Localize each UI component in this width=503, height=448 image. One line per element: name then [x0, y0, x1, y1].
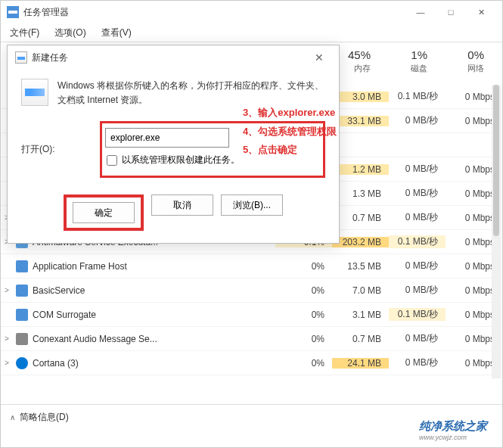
dialog-description: Windows 将根据你所键入的名称，为你打开相应的程序、文件夹、文档或 Int… — [57, 79, 325, 107]
table-row[interactable]: >Cortana (3)0%24.1 MB0 MB/秒0 Mbps — [1, 351, 502, 375]
expand-icon[interactable]: > — [1, 286, 13, 294]
input-highlight-box: 以系统管理权限创建此任务。 — [100, 121, 325, 178]
mem-cell: 13.5 MB — [332, 261, 389, 272]
menu-bar: 文件(F) 选项(O) 查看(V) — [1, 23, 502, 42]
cpu-cell: 0% — [275, 261, 332, 272]
process-icon — [16, 357, 28, 369]
browse-button[interactable]: 浏览(B)... — [221, 194, 283, 216]
dialog-titlebar[interactable]: 新建任务 ✕ — [8, 45, 339, 70]
process-name: Cortana (3) — [33, 358, 275, 369]
dialog-close-button[interactable]: ✕ — [307, 48, 331, 67]
new-task-dialog: 新建任务 ✕ Windows 将根据你所键入的名称，为你打开相应的程序、文件夹、… — [7, 45, 340, 244]
ok-button[interactable]: 确定 — [73, 202, 135, 223]
cpu-cell: 0% — [275, 310, 332, 320]
menu-file[interactable]: 文件(F) — [7, 25, 42, 41]
vertical-scrollbar[interactable] — [492, 85, 501, 378]
summary-label: 简略信息(D) — [20, 411, 69, 424]
menu-view[interactable]: 查看(V) — [98, 25, 135, 41]
app-icon — [7, 6, 19, 18]
admin-checkbox-row[interactable]: 以系统管理权限创建此任务。 — [107, 154, 320, 166]
mem-cell: 0.7 MB — [332, 213, 389, 223]
mem-cell: 1.3 MB — [332, 188, 389, 199]
process-name: Application Frame Host — [33, 261, 275, 272]
table-row[interactable]: >BasicService0%7.0 MB0 MB/秒0 Mbps — [1, 278, 502, 303]
table-row[interactable]: COM Surrogate0%3.1 MB0.1 MB/秒0 Mbps — [1, 303, 502, 327]
expand-icon[interactable]: > — [1, 334, 13, 343]
col-disk[interactable]: 1% 磁盘 — [378, 42, 435, 85]
process-icon — [16, 285, 28, 297]
cpu-cell: 0% — [275, 285, 332, 296]
window-buttons: — □ ✕ — [405, 1, 496, 23]
process-name: COM Surrogate — [33, 310, 275, 320]
table-row[interactable]: Application Frame Host0%13.5 MB0 MB/秒0 M… — [1, 254, 502, 278]
run-icon — [15, 51, 27, 64]
disk-cell: 0.1 MB/秒 — [389, 235, 446, 248]
disk-cell: 0 MB/秒 — [389, 211, 446, 224]
close-button[interactable]: ✕ — [466, 1, 496, 23]
window-titlebar: 任务管理器 — □ ✕ — [1, 1, 502, 23]
chevron-up-icon: ∧ — [10, 413, 15, 422]
scrollbar-thumb[interactable] — [493, 85, 499, 236]
process-icon — [16, 309, 28, 321]
disk-cell: 0.1 MB/秒 — [389, 308, 446, 321]
process-icon — [16, 333, 28, 345]
disk-cell: 0 MB/秒 — [389, 187, 446, 200]
process-name: Conexant Audio Message Se... — [33, 334, 275, 344]
dialog-buttons: 确定 取消 浏览(B)... — [21, 194, 325, 231]
process-name: BasicService — [33, 285, 275, 296]
mem-cell: 33.1 MB — [332, 116, 389, 126]
cpu-cell: 0% — [275, 334, 332, 344]
menu-options[interactable]: 选项(O) — [51, 25, 88, 41]
window-title: 任务管理器 — [23, 6, 69, 19]
mem-cell: 24.1 MB — [332, 358, 389, 369]
maximize-button[interactable]: □ — [436, 1, 466, 23]
mem-cell: 1.2 MB — [332, 164, 389, 175]
col-network[interactable]: 0% 网络 — [435, 42, 492, 85]
disk-cell: 0 MB/秒 — [389, 284, 446, 297]
admin-checkbox-label: 以系统管理权限创建此任务。 — [122, 154, 240, 166]
command-input[interactable] — [105, 128, 229, 148]
open-label: 打开(O): — [21, 143, 57, 156]
process-icon — [16, 260, 28, 272]
mem-cell: 203.2 MB — [332, 237, 389, 247]
ok-highlight-box: 确定 — [64, 194, 144, 231]
svg-rect-1 — [8, 11, 17, 14]
mem-cell: 0.7 MB — [332, 334, 389, 344]
admin-checkbox[interactable] — [107, 155, 117, 166]
cancel-button[interactable]: 取消 — [151, 194, 213, 216]
disk-cell: 0 MB/秒 — [389, 163, 446, 176]
dialog-app-icon — [21, 79, 48, 106]
disk-cell: 0 MB/秒 — [389, 332, 446, 345]
disk-cell: 0 MB/秒 — [389, 260, 446, 272]
disk-cell: 0 MB/秒 — [389, 114, 446, 127]
dialog-body: Windows 将根据你所键入的名称，为你打开相应的程序、文件夹、文档或 Int… — [8, 70, 339, 243]
dialog-title: 新建任务 — [32, 51, 68, 64]
minimize-button[interactable]: — — [405, 1, 436, 23]
mem-cell: 3.0 MB — [332, 92, 389, 102]
mem-cell: 3.1 MB — [332, 310, 389, 320]
mem-cell: 7.0 MB — [332, 285, 389, 296]
expand-icon[interactable]: > — [1, 359, 13, 367]
cpu-cell: 0% — [275, 358, 332, 369]
watermark-bottom: 纯净系统之家 www.ycwjz.com — [419, 419, 487, 441]
disk-cell: 0 MB/秒 — [389, 356, 446, 369]
disk-cell: 0.1 MB/秒 — [389, 90, 446, 103]
table-row[interactable]: >Conexant Audio Message Se...0%0.7 MB0 M… — [1, 327, 502, 351]
